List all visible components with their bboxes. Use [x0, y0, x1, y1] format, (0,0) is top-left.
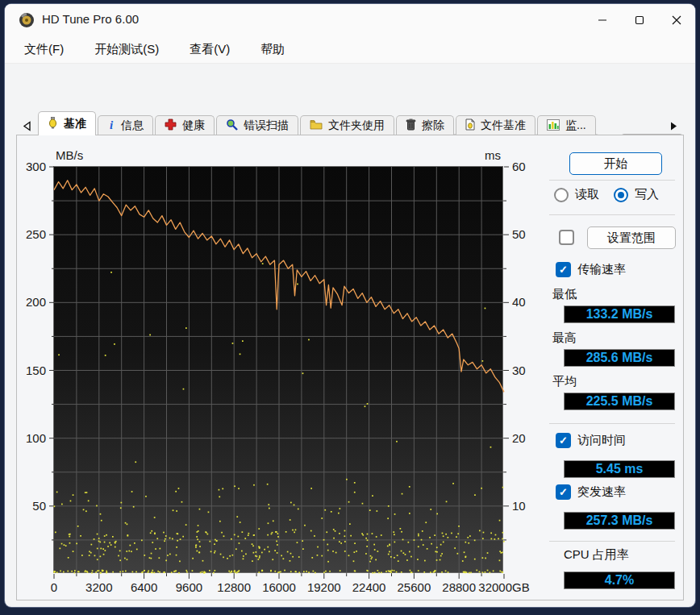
tab-label: 基准 [64, 117, 86, 131]
svg-text:30: 30 [512, 364, 526, 377]
svg-text:50: 50 [512, 227, 526, 241]
svg-text:32000GB: 32000GB [478, 580, 529, 594]
svg-text:250: 250 [26, 227, 46, 241]
avg-value: 225.5 MB/s [564, 393, 675, 410]
tab-label: 文件基准 [481, 118, 526, 133]
tab-label: 文件夹使用 [328, 118, 385, 133]
minimize-button[interactable] [584, 4, 621, 36]
svg-text:150: 150 [26, 364, 46, 377]
read-radio-group: 读取 [554, 187, 599, 202]
svg-text:6400: 6400 [131, 580, 157, 594]
menu-start-test[interactable]: 开始测试(S) [85, 39, 169, 60]
burst-rate-value: 257.3 MB/s [564, 512, 675, 530]
avg-label: 平均 [552, 374, 577, 389]
write-radio-label: 写入 [635, 187, 659, 202]
svg-text:200: 200 [26, 295, 46, 309]
scan-icon [226, 118, 238, 133]
read-radio-label: 读取 [575, 187, 599, 202]
svg-text:25600: 25600 [398, 580, 431, 594]
tab-bar: 基准i信息健康错误扫描文件夹使用擦除文件基准监... [38, 111, 662, 135]
tab-0[interactable]: 基准 [38, 111, 96, 135]
burst-rate-checkbox[interactable]: ✓ [556, 484, 571, 500]
set-range-checkbox[interactable] [559, 230, 574, 245]
health-icon [165, 118, 177, 133]
menu-bar: 文件(F) 开始测试(S) 查看(V) 帮助 [5, 36, 695, 64]
tab-6[interactable]: 文件基准 [456, 115, 535, 135]
svg-text:300: 300 [26, 160, 46, 173]
svg-text:19200: 19200 [307, 580, 341, 594]
tab-scroll-left-icon[interactable] [16, 116, 37, 135]
app-icon [18, 11, 35, 29]
app-window: HD Tune Pro 6.00 文件(F) 开始测试(S) 查看(V) 帮助 … [5, 4, 695, 607]
info-icon: i [107, 118, 115, 133]
read-radio[interactable] [554, 188, 569, 202]
tab-5[interactable]: 擦除 [396, 115, 454, 135]
tab-label: 信息 [121, 118, 144, 133]
tab-label: 错误扫描 [244, 118, 289, 133]
maximize-button[interactable] [621, 4, 658, 36]
write-radio[interactable] [614, 188, 628, 202]
min-label: 最低 [552, 287, 577, 302]
toolbar: ST32000NT000-3TP103 40°C 退出(X) [5, 64, 695, 111]
menu-view[interactable]: 查看(V) [180, 39, 240, 60]
tab-3[interactable]: 错误扫描 [216, 115, 298, 135]
monitor-icon [547, 119, 560, 133]
max-value: 285.6 MB/s [564, 349, 675, 367]
write-radio-group: 写入 [614, 187, 659, 202]
sparkplug-icon [48, 117, 58, 131]
svg-text:MB/s: MB/s [56, 148, 83, 162]
file-benchmark-icon [465, 118, 475, 133]
transfer-rate-checkbox[interactable]: ✓ [556, 262, 571, 277]
close-button[interactable] [658, 4, 695, 36]
set-range-button[interactable]: 设置范围 [587, 226, 676, 249]
svg-text:ms: ms [485, 148, 501, 162]
min-value: 133.2 MB/s [564, 305, 675, 323]
burst-rate-label: 突发速率 [577, 484, 626, 500]
menu-help[interactable]: 帮助 [251, 39, 294, 60]
tab-7[interactable]: 监... [537, 115, 596, 135]
svg-text:50: 50 [32, 499, 46, 513]
folder-icon [310, 119, 323, 132]
svg-text:16000: 16000 [262, 580, 296, 594]
tab-label: 擦除 [422, 118, 444, 133]
erase-icon [406, 118, 416, 133]
tab-4[interactable]: 文件夹使用 [300, 115, 394, 135]
svg-text:100: 100 [26, 431, 46, 445]
title-bar: HD Tune Pro 6.00 [5, 4, 695, 36]
benchmark-chart: MB/sms3002502001501005060504030201003200… [53, 166, 503, 573]
svg-text:i: i [110, 118, 114, 131]
tab-label: 健康 [182, 118, 205, 133]
svg-text:28800: 28800 [442, 580, 476, 594]
svg-text:22400: 22400 [352, 580, 386, 594]
window-title: HD Tune Pro 6.00 [42, 12, 139, 26]
svg-text:10: 10 [512, 499, 526, 513]
start-button[interactable]: 开始 [569, 152, 662, 175]
tab-2[interactable]: 健康 [155, 115, 215, 135]
svg-text:40: 40 [512, 295, 526, 309]
svg-text:3200: 3200 [85, 580, 112, 594]
transfer-rate-label: 传输速率 [577, 262, 626, 277]
tab-label: 监... [565, 118, 586, 133]
tab-1[interactable]: i信息 [98, 115, 153, 135]
max-label: 最高 [552, 330, 577, 346]
access-time-value: 5.45 ms [564, 460, 675, 478]
svg-text:9600: 9600 [176, 580, 202, 594]
cpu-usage-value: 4.7% [564, 571, 675, 589]
tab-scroll-right-icon[interactable] [663, 116, 684, 135]
svg-text:20: 20 [512, 431, 526, 445]
svg-text:0: 0 [51, 580, 57, 594]
svg-text:12800: 12800 [217, 580, 251, 594]
menu-file[interactable]: 文件(F) [15, 39, 73, 60]
svg-text:60: 60 [512, 160, 526, 173]
access-time-label: 访问时间 [577, 433, 626, 448]
cpu-usage-label: CPU 占用率 [564, 547, 629, 563]
benchmark-page: MB/sms3002502001501005060504030201003200… [16, 135, 684, 600]
access-time-checkbox[interactable]: ✓ [556, 433, 571, 448]
